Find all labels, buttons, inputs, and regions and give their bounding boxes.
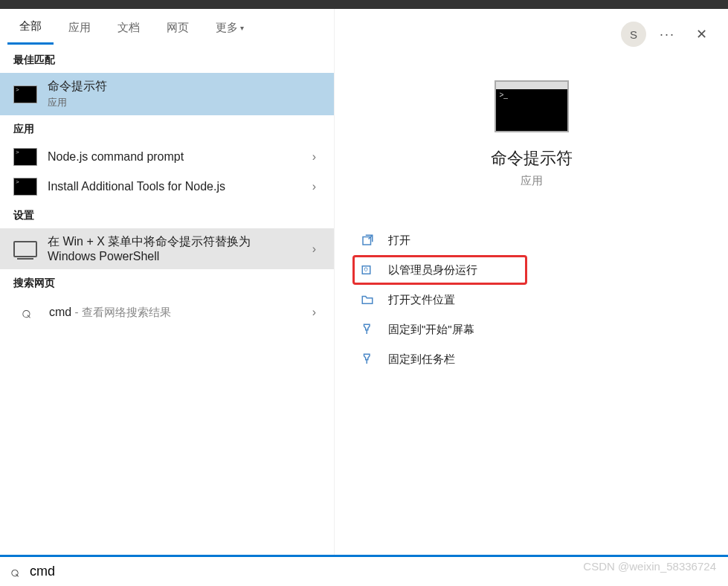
section-settings: 设置 [0, 202, 334, 228]
tab-more[interactable]: 更多 ▾ [204, 12, 256, 44]
right-panel: S ··· ✕ 命令提示符 应用 打开 以管理员身份运行 [335, 9, 728, 586]
settings-item-winx[interactable]: 在 Win + X 菜单中将命令提示符替换为 Windows PowerShel… [0, 228, 334, 269]
result-text: 在 Win + X 菜单中将命令提示符替换为 Windows PowerShel… [48, 234, 297, 263]
monitor-icon [13, 241, 37, 257]
tab-more-label: 更多 [216, 21, 238, 35]
detail-subtitle: 应用 [521, 174, 543, 188]
tab-apps[interactable]: 应用 [57, 12, 103, 44]
detail-console-icon [495, 80, 569, 132]
tabs-row: 全部 应用 文档 网页 更多 ▾ [0, 9, 334, 46]
svg-rect-1 [362, 266, 370, 274]
best-match-item[interactable]: 命令提示符 应用 [0, 73, 334, 115]
tab-all[interactable]: 全部 [7, 10, 54, 45]
result-text: Install Additional Tools for Node.js [48, 180, 297, 193]
result-text: 命令提示符 应用 [48, 79, 320, 109]
result-title: 在 Win + X 菜单中将命令提示符替换为 Windows PowerShel… [48, 234, 297, 263]
shield-admin-icon [360, 263, 375, 277]
chevron-right-icon[interactable]: › [308, 306, 320, 319]
section-web: 搜索网页 [0, 269, 334, 296]
pin-icon [360, 322, 375, 337]
result-title: cmd [49, 306, 71, 318]
action-open-file-location[interactable]: 打开文件位置 [357, 285, 706, 315]
main-container: 全部 应用 文档 网页 更多 ▾ 最佳匹配 命令提示符 应用 应用 Node.j… [0, 9, 728, 586]
action-label: 打开 [388, 234, 410, 248]
right-header: S ··· ✕ [335, 13, 728, 51]
open-icon [360, 233, 375, 248]
result-title: Node.js command prompt [48, 150, 297, 164]
action-label: 固定到"开始"屏幕 [388, 323, 474, 337]
console-icon [13, 178, 37, 196]
chevron-right-icon[interactable]: › [308, 150, 320, 164]
search-icon [13, 302, 39, 323]
titlebar-strip [0, 0, 728, 9]
action-pin-taskbar[interactable]: 固定到任务栏 [357, 344, 706, 374]
actions-list: 打开 以管理员身份运行 打开文件位置 固定到"开始"屏幕 [335, 225, 728, 374]
action-run-as-admin[interactable]: 以管理员身份运行 [357, 255, 706, 285]
app-item-nodejs-prompt[interactable]: Node.js command prompt › [0, 142, 334, 172]
close-button[interactable]: ✕ [689, 22, 715, 47]
search-icon: ⌕ [10, 563, 19, 580]
console-icon [13, 148, 37, 166]
result-title: Install Additional Tools for Node.js [48, 180, 297, 193]
action-label: 以管理员身份运行 [388, 263, 477, 277]
user-avatar[interactable]: S [621, 22, 646, 47]
caret-down-icon: ▾ [240, 24, 244, 32]
more-options-button[interactable]: ··· [660, 27, 675, 42]
action-label: 固定到任务栏 [388, 352, 455, 367]
action-label: 打开文件位置 [388, 293, 455, 307]
left-panel: 全部 应用 文档 网页 更多 ▾ 最佳匹配 命令提示符 应用 应用 Node.j… [0, 9, 335, 586]
chevron-right-icon[interactable]: › [308, 180, 320, 193]
folder-icon [360, 292, 375, 307]
app-item-nodejs-tools[interactable]: Install Additional Tools for Node.js › [0, 172, 334, 202]
web-item-cmd[interactable]: cmd - 查看网络搜索结果 › [0, 296, 334, 329]
section-apps: 应用 [0, 115, 334, 142]
result-text: cmd - 查看网络搜索结果 [49, 306, 297, 320]
action-pin-start[interactable]: 固定到"开始"屏幕 [357, 315, 706, 344]
detail-title: 命令提示符 [491, 147, 573, 170]
tab-docs[interactable]: 文档 [106, 12, 152, 44]
console-icon [13, 86, 37, 103]
section-best-match: 最佳匹配 [0, 46, 334, 73]
pin-icon [360, 352, 375, 367]
detail-pane: 命令提示符 应用 [335, 80, 728, 188]
result-text: Node.js command prompt [48, 150, 297, 164]
action-open[interactable]: 打开 [357, 225, 706, 255]
result-subtitle: 应用 [48, 96, 320, 109]
chevron-right-icon[interactable]: › [308, 242, 320, 256]
result-suffix: - 查看网络搜索结果 [71, 306, 170, 318]
tab-web[interactable]: 网页 [155, 12, 201, 44]
watermark: CSDN @weixin_58336724 [583, 560, 716, 573]
result-title: 命令提示符 [48, 79, 320, 94]
